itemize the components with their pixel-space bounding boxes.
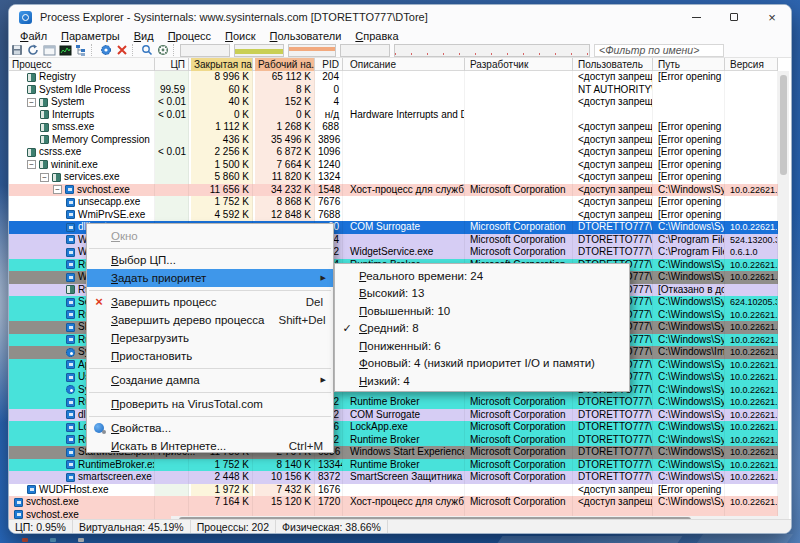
cpu-history-button[interactable] xyxy=(57,44,73,57)
gpu-graph[interactable] xyxy=(394,44,590,57)
priority-item-3[interactable]: ✓Средний: 8 xyxy=(335,320,629,338)
process-row-33[interactable]: WUDFHost.exe1 972 K7 432 K1676<доступ за… xyxy=(9,484,778,497)
menubar-item-0[interactable]: Файл xyxy=(13,30,54,42)
priority-item-6[interactable]: Низкий: 4 xyxy=(335,372,629,390)
context-menu-item-2[interactable]: Выбор ЦП... xyxy=(87,251,333,269)
physical-memory-graph[interactable] xyxy=(288,44,336,57)
column-header-cpu[interactable]: ЦП xyxy=(155,58,189,71)
context-menu-item-6[interactable]: Завершить дерево процессаShift+Del xyxy=(87,311,333,329)
column-header-ws[interactable]: Рабочий на... xyxy=(255,58,315,71)
process-row-0[interactable]: Registry8 996 K65 112 K204<доступ запрещ… xyxy=(9,71,778,84)
context-menu-item-12[interactable]: Проверить на VirusTotal.com xyxy=(87,395,333,413)
tree-expander[interactable]: − xyxy=(53,185,62,194)
priority-item-2[interactable]: Повышенный: 10 xyxy=(335,302,629,320)
properties-icon xyxy=(94,423,104,433)
application-icon xyxy=(66,210,75,219)
close-button[interactable]: × xyxy=(753,5,791,29)
context-menu-item-10[interactable]: Создание дампа▶ xyxy=(87,371,333,389)
title-bar[interactable]: Process Explorer - Sysinternals: www.sys… xyxy=(9,5,791,29)
taskbar-icon[interactable] xyxy=(22,538,28,542)
taskbar-icon[interactable] xyxy=(50,538,56,542)
process-row-31[interactable]: RuntimeBroker.exe1 752 K8 140 K13344Runt… xyxy=(9,459,778,472)
menubar-item-5[interactable]: Пользователи xyxy=(263,30,349,42)
properties-button[interactable] xyxy=(98,44,114,57)
priority-item-4[interactable]: Пониженный: 6 xyxy=(335,337,629,355)
process-row-3[interactable]: Interrupts< 0.010 K0 Kн/дHardware Interr… xyxy=(9,109,778,122)
taskbar-icon[interactable] xyxy=(78,538,84,542)
application-icon xyxy=(66,398,75,407)
cell-priv: 1 752 K xyxy=(191,459,253,472)
process-row-7[interactable]: −wininit.exe1 500 K7 664 K1240<доступ за… xyxy=(9,159,778,172)
column-header-ver[interactable]: Версия xyxy=(727,58,778,71)
menubar-item-2[interactable]: Вид xyxy=(127,30,161,42)
process-row-11[interactable]: WmiPrvSE.exe4 592 K12 848 K7688<доступ з… xyxy=(9,209,778,222)
process-row-10[interactable]: unsecapp.exe1 752 K8 868 K7676<доступ за… xyxy=(9,196,778,209)
tree-expander[interactable]: − xyxy=(27,98,36,107)
find-handle-icon[interactable] xyxy=(139,44,155,57)
menubar-item-6[interactable]: Справка xyxy=(348,30,405,42)
context-menu-item-8[interactable]: Приостановить xyxy=(87,347,333,365)
cell-path: [Отказано в дост... xyxy=(655,284,725,297)
column-header-desc[interactable]: Описание xyxy=(347,58,465,71)
process-row-6[interactable]: csrss.exe< 0.012 256 K6 872 K1096<доступ… xyxy=(9,146,778,159)
save-button[interactable] xyxy=(9,44,25,57)
context-menu-item-14[interactable]: Свойства... xyxy=(87,419,333,437)
process-row-9[interactable]: −svchost.exe11 656 K34 232 K1548Хост-про… xyxy=(9,184,778,197)
filter-input[interactable] xyxy=(594,44,724,57)
column-header-comp[interactable]: Разработчик xyxy=(467,58,573,71)
show-process-tree-button[interactable] xyxy=(73,44,89,57)
process-row-5[interactable]: Memory Compression436 K35 496 K3896<дост… xyxy=(9,134,778,147)
cell-ver: 0.6.1.0 xyxy=(727,246,778,259)
tree-expander[interactable]: − xyxy=(27,160,36,169)
cell-priv: 2 448 K xyxy=(191,471,253,484)
commit-graph[interactable] xyxy=(234,44,284,57)
system-information-button[interactable] xyxy=(41,44,57,57)
maximize-button[interactable] xyxy=(715,5,753,29)
cell-user: <доступ запрещ... xyxy=(575,71,653,84)
cell-path: C:\Windows\Syste... xyxy=(655,359,725,372)
priority-item-1[interactable]: Высокий: 13 xyxy=(335,285,629,303)
cpu-usage-graph[interactable] xyxy=(180,44,230,57)
io-graph[interactable] xyxy=(340,44,390,57)
column-header-pid[interactable]: PID xyxy=(315,58,343,71)
menubar-item-1[interactable]: Параметры xyxy=(54,30,127,42)
menu-item-label: Задать приоритет xyxy=(111,272,323,284)
priority-item-5[interactable]: Фоновый: 4 (низкий приоритет I/O и памят… xyxy=(335,355,629,373)
cell-pid: н/д xyxy=(315,109,343,122)
priority-item-0[interactable]: Реального времени: 24 xyxy=(335,267,629,285)
column-header-priv[interactable]: Закрытая па... xyxy=(191,58,253,71)
context-menu-item-7[interactable]: Перезагрузить xyxy=(87,329,333,347)
refresh-button[interactable] xyxy=(25,44,41,57)
process-row-34[interactable]: svchost.exe7 164 K15 120 K1720Хост-проце… xyxy=(9,496,778,509)
column-header-user[interactable]: Пользователь xyxy=(575,58,653,71)
context-menu-item-15[interactable]: Искать в Интернете...Ctrl+M xyxy=(87,437,333,455)
minimize-button[interactable] xyxy=(677,5,715,29)
application-icon xyxy=(66,323,75,332)
process-row-8[interactable]: −services.exe5 860 K11 820 K1324<доступ … xyxy=(9,171,778,184)
menu-item-label: Свойства... xyxy=(111,422,323,434)
process-row-32[interactable]: smartscreen.exe2 448 K10 156 K8372SmartS… xyxy=(9,471,778,484)
context-menu-item-3[interactable]: Задать приоритет▶ xyxy=(87,269,333,287)
cell-path: C:\Windows\Syste... xyxy=(655,184,725,197)
cell-ver xyxy=(727,84,778,97)
context-menu-item-5[interactable]: ×Завершить процессDel xyxy=(87,293,333,311)
process-row-4[interactable]: smss.exe1 112 K1 268 K688<доступ запрещ.… xyxy=(9,121,778,134)
cell-name: RuntimeBroker.exe xyxy=(9,459,155,472)
cell-ws: 6 872 K xyxy=(255,146,315,159)
kill-process-button[interactable] xyxy=(114,44,130,57)
column-header-path[interactable]: Путь xyxy=(655,58,725,71)
menubar-item-3[interactable]: Процесс xyxy=(161,30,218,42)
menubar-item-4[interactable]: Поиск xyxy=(218,30,262,42)
cell-ver xyxy=(727,134,778,147)
tree-expander[interactable]: − xyxy=(40,173,49,182)
column-header-name[interactable]: Процесс xyxy=(9,58,155,71)
vertical-scrollbar[interactable] xyxy=(778,71,789,521)
cell-desc: Windows Start Experience H... xyxy=(347,446,465,459)
process-row-1[interactable]: System Idle Process99.5960 K8 K0NT AUTHO… xyxy=(9,84,778,97)
application-icon xyxy=(66,198,75,207)
vertical-scrollbar-thumb[interactable] xyxy=(780,75,787,175)
cell-comp xyxy=(467,196,573,209)
process-row-2[interactable]: −System< 0.0140 K152 K4<доступ запрещ... xyxy=(9,96,778,109)
find-window-target-icon[interactable] xyxy=(155,44,171,57)
cell-user: <доступ запрещ... xyxy=(575,171,653,184)
